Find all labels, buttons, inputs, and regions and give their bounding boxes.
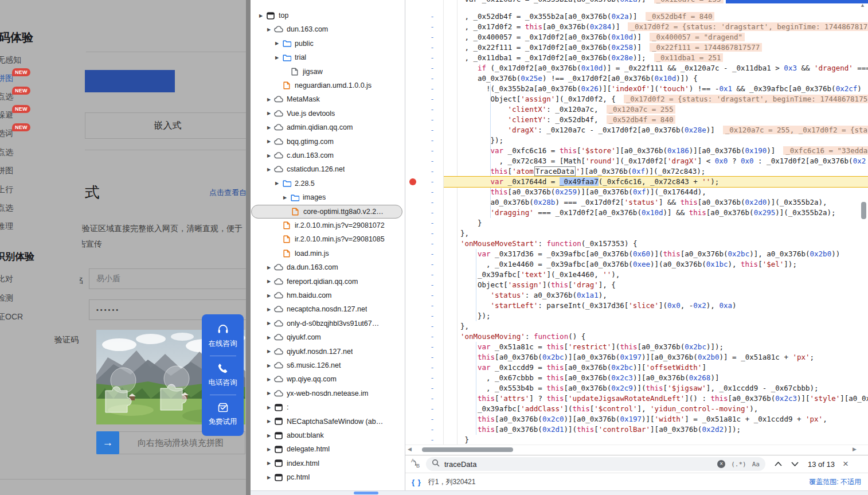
tree-item-delegate.html[interactable]: ▶delegate.html <box>251 442 402 456</box>
tree-item-only-d-s0bzqjhbl3vs91ut67_[interactable]: ▶only-d-s0bzqjhbl3vs91ut67… <box>251 317 402 330</box>
expander-icon[interactable]: ▶ <box>265 111 273 116</box>
code-line-16[interactable]: -, _0x72c843 = [Math['round'](_0x17d0f2[… <box>405 156 868 166</box>
fold-marker[interactable]: - <box>428 22 436 32</box>
tree-item-:[interactable]: ▶: <box>251 400 402 414</box>
fold-marker[interactable]: - <box>428 156 436 166</box>
fold-marker[interactable]: - <box>428 404 436 414</box>
code-line-31[interactable]: -}); <box>405 311 868 321</box>
fold-marker[interactable]: - <box>428 115 436 125</box>
clear-search-icon[interactable]: × <box>717 460 725 468</box>
fold-marker[interactable]: - <box>428 373 436 383</box>
code-line-38[interactable]: -, _0x553b4b = this[a0_0x376b(0x2c9)](th… <box>405 383 868 393</box>
fold-marker[interactable]: - <box>428 208 436 218</box>
code-line-7[interactable]: -if (_0x17d0f2[a0_0x376b(0x10d)] = _0x22… <box>405 63 868 73</box>
tree-item-NECaptchaSafeWindow__ab_[interactable]: ▶NECaptchaSafeWindow (ab… <box>251 415 402 428</box>
code-line-3[interactable]: -, _0x17d0f2 = this[a0_0x376b(0x284)]_0x… <box>405 22 868 32</box>
pretty-print-button[interactable]: { } <box>412 478 421 486</box>
expander-icon[interactable]: ▶ <box>265 363 273 368</box>
breakpoint-icon[interactable] <box>409 178 416 185</box>
tree-item-load.min.js[interactable]: load.min.js <box>251 247 402 260</box>
fold-marker[interactable]: - <box>428 197 436 208</box>
tree-item-fereport.qidian.qq.com[interactable]: ▶fereport.qidian.qq.com <box>251 275 402 289</box>
expander-icon[interactable]: ▶ <box>265 433 273 438</box>
slider-handle[interactable]: → <box>96 431 119 454</box>
code-line-5[interactable]: -, _0x22f111 = _0x17d0f2[a0_0x376b(0x258… <box>405 42 868 53</box>
fold-marker[interactable]: - <box>428 383 436 393</box>
fold-marker[interactable]: - <box>428 435 436 445</box>
tree-horizontal-scroll-thumb[interactable] <box>354 492 378 494</box>
code-line-11[interactable]: -'clientX': _0x120a7c,_0x120a7c = 255 <box>405 104 868 115</box>
fold-marker[interactable]: - <box>428 249 436 259</box>
fold-marker[interactable]: - <box>428 342 436 352</box>
code-line-25[interactable]: -var _0x317d36 = _0x39afbc[a0_0x376b(0x6… <box>405 249 868 259</box>
code-line-18[interactable]: -var _0x17644d = _0x49faa7(_0xfc6c16, _0… <box>405 177 868 187</box>
consult-item-1[interactable]: 电话咨询 <box>209 363 237 388</box>
fold-marker[interactable]: - <box>428 363 436 373</box>
fold-marker[interactable]: - <box>428 352 436 363</box>
search-input[interactable]: traceData × (.*) Aa <box>426 457 765 471</box>
previous-match-button[interactable] <box>775 462 782 466</box>
tree-item-wp.qiye.qq.com[interactable]: ▶wp.qiye.qq.com <box>251 372 402 386</box>
fold-marker[interactable]: - <box>428 187 436 197</box>
tree-item-MetaMask[interactable]: ▶MetaMask <box>251 92 402 106</box>
fold-marker[interactable]: - <box>428 84 436 94</box>
code-line-39[interactable]: -this['attrs'] ? this['updateJigsawRotat… <box>405 393 868 404</box>
expander-icon[interactable]: ▶ <box>265 279 273 284</box>
code-line-28[interactable]: -Object['assign'](this['drag'], { <box>405 280 868 290</box>
fold-marker[interactable]: - <box>428 177 436 187</box>
expander-icon[interactable]: ▶ <box>265 447 273 452</box>
expander-icon[interactable]: ▶ <box>265 475 273 480</box>
code-line-32[interactable]: -}, <box>405 321 868 332</box>
code-line-14[interactable]: -}); <box>405 135 868 146</box>
fold-marker[interactable]: - <box>428 311 436 321</box>
fold-marker[interactable]: - <box>428 146 436 156</box>
regex-toggle[interactable]: (.*) <box>731 461 746 468</box>
expander-icon[interactable]: ▶ <box>265 335 273 340</box>
replace-toggle-icon[interactable]: A B <box>410 457 422 471</box>
fold-marker[interactable]: - <box>428 290 436 301</box>
tree-item-s6.music.126.net[interactable]: ▶s6.music.126.net <box>251 358 402 372</box>
expander-icon[interactable]: ▶ <box>265 27 273 32</box>
scroll-right-arrow[interactable]: ▶ <box>853 446 857 452</box>
expander-icon[interactable]: ▶ <box>265 167 273 172</box>
tree-item-index.html[interactable]: ▶index.html <box>251 457 402 470</box>
tree-item-trial[interactable]: ▶trial <box>251 50 402 64</box>
tree-item-qiyukf.nosdn.127.net[interactable]: ▶qiyukf.nosdn.127.net <box>251 345 402 358</box>
fold-marker[interactable]: - <box>428 135 436 146</box>
expander-icon[interactable]: ▶ <box>273 41 281 46</box>
expander-icon[interactable]: ▶ <box>265 377 273 382</box>
fold-marker[interactable]: - <box>428 332 436 342</box>
expander-icon[interactable]: ▶ <box>257 13 265 18</box>
match-case-toggle[interactable]: Aa <box>752 461 760 468</box>
code-line-9[interactable]: -!(_0x355b2a[a0_0x376b(0x26)]['indexOf']… <box>405 84 868 94</box>
code-line-10[interactable]: -Object['assign'](_0x17d0f2, {_0x17d0f2 … <box>405 94 868 104</box>
expander-icon[interactable]: ▶ <box>265 405 273 410</box>
expander-icon[interactable]: ▶ <box>265 153 273 158</box>
fold-marker[interactable]: - <box>428 270 436 280</box>
fold-marker[interactable]: - <box>428 259 436 270</box>
tree-item-ir.2.0.10.min.js?v=29081085[interactable]: ir.2.0.10.min.js?v=29081085 <box>251 232 402 246</box>
code-line-6[interactable]: -, _0x11dba1 = _0x17d0f2[a0_0x376b(0x28e… <box>405 53 868 63</box>
tree-item-core-optimi.ttg8a0.v2.2_[interactable]: core-optimi.ttg8a0.v2.2… <box>251 205 402 219</box>
fold-marker[interactable]: - <box>428 424 436 435</box>
tree-item-about:blank[interactable]: ▶about:blank <box>251 428 402 442</box>
code-line-22[interactable]: -} <box>405 218 868 228</box>
tree-item-ir.2.0.10.min.js?v=29081072[interactable]: ir.2.0.10.min.js?v=29081072 <box>251 219 402 232</box>
tree-item-bqq.gtimg.com[interactable]: ▶bqq.gtimg.com <box>251 135 402 149</box>
tree-item-Vue.js_devtools[interactable]: ▶Vue.js devtools <box>251 107 402 120</box>
expander-icon[interactable]: ▶ <box>265 125 273 130</box>
expander-icon[interactable]: ▶ <box>265 349 273 354</box>
code-line-23[interactable]: -}, <box>405 228 868 239</box>
code-line-26[interactable]: -, _0x1e4460 = _0x39afbc[a0_0x376b(0xee)… <box>405 259 868 270</box>
tree-item-pc.html[interactable]: ▶pc.html <box>251 470 402 484</box>
fold-marker[interactable]: - <box>428 239 436 249</box>
fold-marker[interactable]: - <box>428 228 436 239</box>
vertical-scrollbar[interactable] <box>861 202 866 219</box>
expander-icon[interactable]: ▶ <box>273 55 281 60</box>
code-line-2[interactable]: -, _0x52db4f = _0x355b2a[a0_0x376b(0x2a)… <box>405 11 868 22</box>
code-line-4[interactable]: -, _0x400057 = _0x17d0f2[a0_0x376b(0x10d… <box>405 32 868 42</box>
expander-icon[interactable]: ▶ <box>265 97 273 102</box>
code-line-12[interactable]: -'clientY': _0x52db4f,_0x52db4f = 840 <box>405 115 868 125</box>
tree-item-c.dun.163.com[interactable]: ▶c.dun.163.com <box>251 149 402 162</box>
code-line-19[interactable]: -this[a0_0x376b(0x259)][a0_0x376b(0xf)](… <box>405 187 868 197</box>
